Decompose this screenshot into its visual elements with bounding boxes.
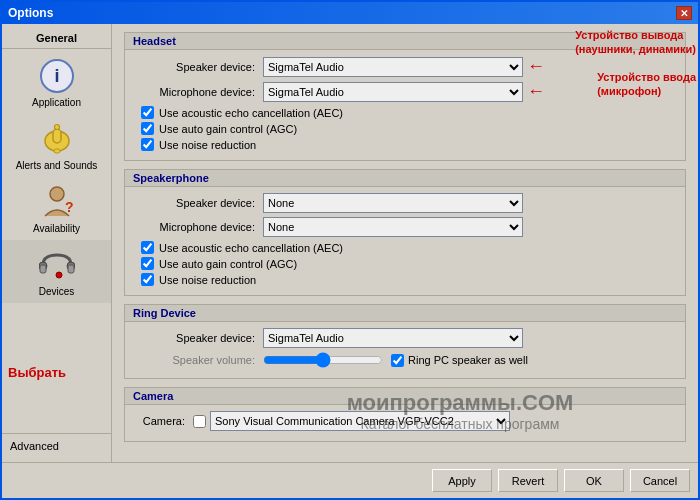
- sidebar: General i Application: [2, 24, 112, 462]
- bottom-bar: Apply Revert OK Cancel: [2, 462, 698, 498]
- headset-mic-label: Microphone device:: [133, 86, 263, 98]
- headset-agc-row: Use auto gain control (AGC): [141, 122, 677, 135]
- options-window: Options ✕ General i Application: [0, 0, 700, 500]
- headset-mic-row: Microphone device: SigmaTel Audio ←: [133, 81, 677, 102]
- speakerphone-section: Speakerphone Speaker device: None Microp…: [124, 169, 686, 296]
- headset-mic-select[interactable]: SigmaTel Audio: [263, 82, 523, 102]
- headset-speaker-label: Speaker device:: [133, 61, 263, 73]
- ring-speaker-select[interactable]: SigmaTel Audio: [263, 328, 523, 348]
- ring-volume-slider[interactable]: [263, 352, 383, 368]
- speakerphone-speaker-label: Speaker device:: [133, 197, 263, 209]
- camera-body: Camera: Sony Visual Communication Camera…: [125, 405, 685, 441]
- speakerphone-aec-checkbox[interactable]: [141, 241, 154, 254]
- camera-label: Camera:: [133, 415, 193, 427]
- sidebar-alerts-label: Alerts and Sounds: [16, 160, 98, 171]
- right-panel: Устройство вывода (наушники, динамики) У…: [112, 24, 698, 462]
- svg-point-5: [54, 125, 59, 130]
- ring-speaker-row: Speaker device: SigmaTel Audio: [133, 328, 677, 348]
- apply-button[interactable]: Apply: [432, 469, 492, 492]
- camera-checkbox[interactable]: [193, 415, 206, 428]
- speakerphone-agc-label: Use auto gain control (AGC): [159, 258, 297, 270]
- headset-nr-row: Use noise reduction: [141, 138, 677, 151]
- headset-aec-label: Use acoustic echo cancellation (AEC): [159, 107, 343, 119]
- ring-volume-row: Speaker volume: Ring PC speaker as well: [133, 352, 677, 368]
- ring-device-body: Speaker device: SigmaTel Audio Speaker v…: [125, 322, 685, 378]
- headset-nr-label: Use noise reduction: [159, 139, 256, 151]
- window-title: Options: [8, 6, 53, 20]
- alerts-icon: [38, 120, 76, 158]
- svg-rect-3: [54, 149, 60, 153]
- speakerphone-mic-label: Microphone device:: [133, 221, 263, 233]
- svg-point-12: [56, 272, 62, 278]
- svg-rect-4: [53, 129, 61, 143]
- speakerphone-mic-row: Microphone device: None: [133, 217, 677, 237]
- headset-speaker-select[interactable]: SigmaTel Audio: [263, 57, 523, 77]
- sidebar-application-label: Application: [32, 97, 81, 108]
- sidebar-item-advanced[interactable]: Advanced: [2, 433, 111, 458]
- main-content: General i Application: [2, 24, 698, 462]
- ring-pc-checkbox[interactable]: [391, 354, 404, 367]
- headset-section: Headset Speaker device: SigmaTel Audio ←: [124, 32, 686, 161]
- camera-select[interactable]: Sony Visual Communication Camera VGP-VCC…: [210, 411, 510, 431]
- headset-agc-checkbox[interactable]: [141, 122, 154, 135]
- speakerphone-nr-row: Use noise reduction: [141, 273, 677, 286]
- sidebar-item-availability[interactable]: ? Availability: [2, 177, 111, 240]
- annotation-select: Выбрать: [8, 365, 66, 380]
- sidebar-item-alerts[interactable]: Alerts and Sounds: [2, 114, 111, 177]
- application-icon: i: [38, 57, 76, 95]
- tab-general[interactable]: General: [2, 28, 111, 49]
- ring-volume-label: Speaker volume:: [133, 354, 263, 366]
- ring-device-title: Ring Device: [125, 305, 685, 322]
- ok-button[interactable]: OK: [564, 469, 624, 492]
- speakerphone-body: Speaker device: None Microphone device: …: [125, 187, 685, 295]
- speakerphone-speaker-row: Speaker device: None: [133, 193, 677, 213]
- availability-icon: ?: [38, 183, 76, 221]
- headset-nr-checkbox[interactable]: [141, 138, 154, 151]
- svg-point-6: [50, 187, 64, 201]
- svg-text:i: i: [54, 66, 59, 86]
- speakerphone-aec-row: Use acoustic echo cancellation (AEC): [141, 241, 677, 254]
- speakerphone-nr-checkbox[interactable]: [141, 273, 154, 286]
- speakerphone-nr-label: Use noise reduction: [159, 274, 256, 286]
- sidebar-availability-label: Availability: [33, 223, 80, 234]
- ring-device-section: Ring Device Speaker device: SigmaTel Aud…: [124, 304, 686, 379]
- headset-body: Speaker device: SigmaTel Audio ← Microph…: [125, 50, 685, 160]
- speakerphone-speaker-select[interactable]: None: [263, 193, 523, 213]
- camera-title: Camera: [125, 388, 685, 405]
- sidebar-item-devices[interactable]: Devices: [2, 240, 111, 303]
- headset-speaker-row: Speaker device: SigmaTel Audio ←: [133, 56, 677, 77]
- headset-agc-label: Use auto gain control (AGC): [159, 123, 297, 135]
- speakerphone-agc-checkbox[interactable]: [141, 257, 154, 270]
- cancel-button[interactable]: Cancel: [630, 469, 690, 492]
- speakerphone-agc-row: Use auto gain control (AGC): [141, 257, 677, 270]
- sidebar-item-application[interactable]: i Application: [2, 51, 111, 114]
- close-button[interactable]: ✕: [676, 6, 692, 20]
- svg-text:?: ?: [65, 199, 74, 215]
- speakerphone-title: Speakerphone: [125, 170, 685, 187]
- sidebar-devices-label: Devices: [39, 286, 75, 297]
- revert-button[interactable]: Revert: [498, 469, 558, 492]
- ring-speaker-label: Speaker device:: [133, 332, 263, 344]
- title-bar: Options ✕: [2, 2, 698, 24]
- headset-aec-row: Use acoustic echo cancellation (AEC): [141, 106, 677, 119]
- svg-rect-11: [68, 265, 74, 273]
- speakerphone-aec-label: Use acoustic echo cancellation (AEC): [159, 242, 343, 254]
- headset-title: Headset: [125, 33, 685, 50]
- ring-pc-row: Ring PC speaker as well: [391, 354, 528, 367]
- svg-rect-10: [40, 265, 46, 273]
- camera-row: Camera: Sony Visual Communication Camera…: [133, 411, 677, 431]
- speakerphone-mic-select[interactable]: None: [263, 217, 523, 237]
- devices-icon: [38, 246, 76, 284]
- ring-pc-label: Ring PC speaker as well: [408, 354, 528, 366]
- headset-aec-checkbox[interactable]: [141, 106, 154, 119]
- camera-section: Camera Camera: Sony Visual Communication…: [124, 387, 686, 442]
